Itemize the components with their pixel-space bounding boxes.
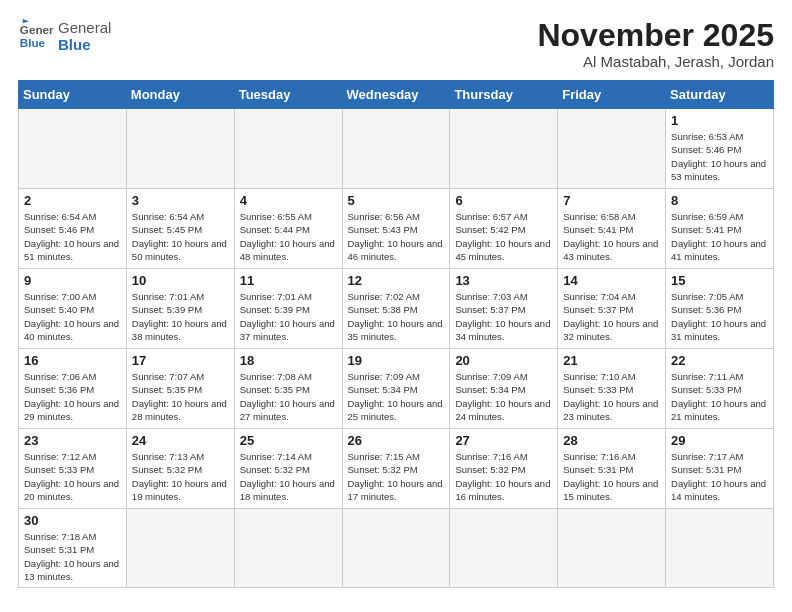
day-number: 30 xyxy=(24,513,121,528)
calendar-day-cell: 20Sunrise: 7:09 AM Sunset: 5:34 PM Dayli… xyxy=(450,349,558,429)
day-number: 10 xyxy=(132,273,229,288)
calendar-week-row: 30Sunrise: 7:18 AM Sunset: 5:31 PM Dayli… xyxy=(19,509,774,588)
calendar-day-cell: 13Sunrise: 7:03 AM Sunset: 5:37 PM Dayli… xyxy=(450,269,558,349)
logo-icon: General Blue xyxy=(18,18,54,54)
calendar-day-cell xyxy=(126,109,234,189)
day-number: 7 xyxy=(563,193,660,208)
calendar-day-cell: 14Sunrise: 7:04 AM Sunset: 5:37 PM Dayli… xyxy=(558,269,666,349)
day-info: Sunrise: 7:10 AM Sunset: 5:33 PM Dayligh… xyxy=(563,370,660,423)
calendar-day-cell: 24Sunrise: 7:13 AM Sunset: 5:32 PM Dayli… xyxy=(126,429,234,509)
day-info: Sunrise: 7:02 AM Sunset: 5:38 PM Dayligh… xyxy=(348,290,445,343)
calendar-day-cell xyxy=(558,109,666,189)
calendar-day-cell: 8Sunrise: 6:59 AM Sunset: 5:41 PM Daylig… xyxy=(666,189,774,269)
day-info: Sunrise: 6:54 AM Sunset: 5:45 PM Dayligh… xyxy=(132,210,229,263)
calendar-day-cell: 3Sunrise: 6:54 AM Sunset: 5:45 PM Daylig… xyxy=(126,189,234,269)
logo-general: General xyxy=(58,19,111,36)
day-info: Sunrise: 6:53 AM Sunset: 5:46 PM Dayligh… xyxy=(671,130,768,183)
calendar-day-cell: 5Sunrise: 6:56 AM Sunset: 5:43 PM Daylig… xyxy=(342,189,450,269)
day-info: Sunrise: 7:15 AM Sunset: 5:32 PM Dayligh… xyxy=(348,450,445,503)
day-info: Sunrise: 7:05 AM Sunset: 5:36 PM Dayligh… xyxy=(671,290,768,343)
location: Al Mastabah, Jerash, Jordan xyxy=(537,53,774,70)
day-info: Sunrise: 7:08 AM Sunset: 5:35 PM Dayligh… xyxy=(240,370,337,423)
day-number: 8 xyxy=(671,193,768,208)
day-number: 26 xyxy=(348,433,445,448)
day-number: 2 xyxy=(24,193,121,208)
month-title: November 2025 xyxy=(537,18,774,53)
day-number: 25 xyxy=(240,433,337,448)
calendar-week-row: 2Sunrise: 6:54 AM Sunset: 5:46 PM Daylig… xyxy=(19,189,774,269)
calendar-day-cell: 21Sunrise: 7:10 AM Sunset: 5:33 PM Dayli… xyxy=(558,349,666,429)
day-number: 23 xyxy=(24,433,121,448)
calendar-day-cell: 4Sunrise: 6:55 AM Sunset: 5:44 PM Daylig… xyxy=(234,189,342,269)
day-number: 9 xyxy=(24,273,121,288)
day-info: Sunrise: 7:04 AM Sunset: 5:37 PM Dayligh… xyxy=(563,290,660,343)
calendar-day-cell: 25Sunrise: 7:14 AM Sunset: 5:32 PM Dayli… xyxy=(234,429,342,509)
calendar-day-cell: 22Sunrise: 7:11 AM Sunset: 5:33 PM Dayli… xyxy=(666,349,774,429)
day-info: Sunrise: 7:09 AM Sunset: 5:34 PM Dayligh… xyxy=(348,370,445,423)
weekday-header-monday: Monday xyxy=(126,81,234,109)
calendar-day-cell: 11Sunrise: 7:01 AM Sunset: 5:39 PM Dayli… xyxy=(234,269,342,349)
logo-blue: Blue xyxy=(58,36,111,53)
calendar-day-cell xyxy=(558,509,666,588)
calendar-day-cell xyxy=(666,509,774,588)
day-number: 29 xyxy=(671,433,768,448)
calendar-week-row: 23Sunrise: 7:12 AM Sunset: 5:33 PM Dayli… xyxy=(19,429,774,509)
calendar-day-cell: 12Sunrise: 7:02 AM Sunset: 5:38 PM Dayli… xyxy=(342,269,450,349)
calendar-day-cell: 6Sunrise: 6:57 AM Sunset: 5:42 PM Daylig… xyxy=(450,189,558,269)
day-info: Sunrise: 6:56 AM Sunset: 5:43 PM Dayligh… xyxy=(348,210,445,263)
calendar-day-cell xyxy=(450,109,558,189)
day-info: Sunrise: 7:16 AM Sunset: 5:32 PM Dayligh… xyxy=(455,450,552,503)
calendar-day-cell xyxy=(234,109,342,189)
day-number: 19 xyxy=(348,353,445,368)
day-info: Sunrise: 6:58 AM Sunset: 5:41 PM Dayligh… xyxy=(563,210,660,263)
day-number: 21 xyxy=(563,353,660,368)
calendar-day-cell: 16Sunrise: 7:06 AM Sunset: 5:36 PM Dayli… xyxy=(19,349,127,429)
calendar-body: 1Sunrise: 6:53 AM Sunset: 5:46 PM Daylig… xyxy=(19,109,774,588)
calendar-day-cell: 23Sunrise: 7:12 AM Sunset: 5:33 PM Dayli… xyxy=(19,429,127,509)
day-number: 1 xyxy=(671,113,768,128)
day-info: Sunrise: 7:12 AM Sunset: 5:33 PM Dayligh… xyxy=(24,450,121,503)
calendar-table: SundayMondayTuesdayWednesdayThursdayFrid… xyxy=(18,80,774,588)
day-info: Sunrise: 7:01 AM Sunset: 5:39 PM Dayligh… xyxy=(240,290,337,343)
day-info: Sunrise: 7:13 AM Sunset: 5:32 PM Dayligh… xyxy=(132,450,229,503)
weekday-header-tuesday: Tuesday xyxy=(234,81,342,109)
day-number: 14 xyxy=(563,273,660,288)
day-info: Sunrise: 6:57 AM Sunset: 5:42 PM Dayligh… xyxy=(455,210,552,263)
calendar-day-cell xyxy=(19,109,127,189)
calendar-day-cell: 1Sunrise: 6:53 AM Sunset: 5:46 PM Daylig… xyxy=(666,109,774,189)
calendar-day-cell xyxy=(342,109,450,189)
weekday-header-friday: Friday xyxy=(558,81,666,109)
day-number: 15 xyxy=(671,273,768,288)
day-number: 6 xyxy=(455,193,552,208)
calendar-day-cell: 19Sunrise: 7:09 AM Sunset: 5:34 PM Dayli… xyxy=(342,349,450,429)
day-number: 22 xyxy=(671,353,768,368)
day-number: 4 xyxy=(240,193,337,208)
day-info: Sunrise: 6:55 AM Sunset: 5:44 PM Dayligh… xyxy=(240,210,337,263)
day-number: 27 xyxy=(455,433,552,448)
day-info: Sunrise: 7:14 AM Sunset: 5:32 PM Dayligh… xyxy=(240,450,337,503)
calendar-day-cell: 28Sunrise: 7:16 AM Sunset: 5:31 PM Dayli… xyxy=(558,429,666,509)
title-block: November 2025 Al Mastabah, Jerash, Jorda… xyxy=(537,18,774,70)
day-info: Sunrise: 7:18 AM Sunset: 5:31 PM Dayligh… xyxy=(24,530,121,583)
day-info: Sunrise: 6:54 AM Sunset: 5:46 PM Dayligh… xyxy=(24,210,121,263)
calendar-day-cell: 9Sunrise: 7:00 AM Sunset: 5:40 PM Daylig… xyxy=(19,269,127,349)
day-info: Sunrise: 6:59 AM Sunset: 5:41 PM Dayligh… xyxy=(671,210,768,263)
weekday-header-row: SundayMondayTuesdayWednesdayThursdayFrid… xyxy=(19,81,774,109)
calendar-week-row: 16Sunrise: 7:06 AM Sunset: 5:36 PM Dayli… xyxy=(19,349,774,429)
calendar-day-cell: 2Sunrise: 6:54 AM Sunset: 5:46 PM Daylig… xyxy=(19,189,127,269)
calendar-day-cell: 27Sunrise: 7:16 AM Sunset: 5:32 PM Dayli… xyxy=(450,429,558,509)
calendar-day-cell xyxy=(234,509,342,588)
weekday-header-thursday: Thursday xyxy=(450,81,558,109)
day-number: 13 xyxy=(455,273,552,288)
header: General Blue General Blue November 2025 … xyxy=(18,18,774,70)
calendar-day-cell: 15Sunrise: 7:05 AM Sunset: 5:36 PM Dayli… xyxy=(666,269,774,349)
day-number: 5 xyxy=(348,193,445,208)
day-info: Sunrise: 7:11 AM Sunset: 5:33 PM Dayligh… xyxy=(671,370,768,423)
day-info: Sunrise: 7:17 AM Sunset: 5:31 PM Dayligh… xyxy=(671,450,768,503)
day-info: Sunrise: 7:06 AM Sunset: 5:36 PM Dayligh… xyxy=(24,370,121,423)
day-info: Sunrise: 7:03 AM Sunset: 5:37 PM Dayligh… xyxy=(455,290,552,343)
day-number: 12 xyxy=(348,273,445,288)
calendar-page: General Blue General Blue November 2025 … xyxy=(0,0,792,600)
day-number: 11 xyxy=(240,273,337,288)
weekday-header-saturday: Saturday xyxy=(666,81,774,109)
